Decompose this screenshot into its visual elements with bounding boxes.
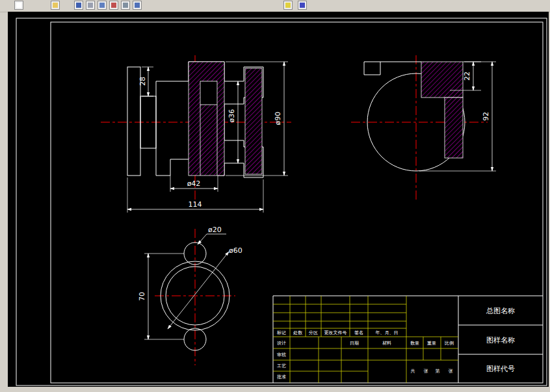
assembly-name: 总图名称 bbox=[486, 307, 515, 315]
dim-22-text: 22 bbox=[463, 72, 471, 81]
sheets-no-label: 第 bbox=[436, 369, 440, 374]
cut-icon[interactable] bbox=[121, 1, 130, 10]
front-bore-notch bbox=[200, 81, 217, 105]
sign-row-approve: 批准 bbox=[277, 374, 286, 380]
dim-70-text: 70 bbox=[138, 292, 146, 301]
dim-60-text: ø60 bbox=[229, 246, 242, 255]
pan-icon[interactable] bbox=[298, 1, 307, 10]
open-icon[interactable] bbox=[51, 1, 60, 10]
scale-label: 比例 bbox=[445, 341, 454, 346]
weight-label: 重量 bbox=[427, 341, 436, 346]
rev-header-sign: 签名 bbox=[354, 330, 363, 335]
front-section-hatch-main bbox=[189, 62, 224, 176]
dim-20-text: ø20 bbox=[208, 226, 222, 234]
part-code: 图样代号 bbox=[486, 365, 515, 373]
rev-header-mark: 标记 bbox=[276, 330, 286, 335]
sign-row-check: 审核 bbox=[277, 352, 286, 358]
dim-114-text: 114 bbox=[189, 200, 202, 209]
dim-90-text: ø90 bbox=[274, 112, 282, 125]
save-icon[interactable] bbox=[74, 1, 83, 10]
sheets-total-label: 共 bbox=[411, 369, 415, 374]
rev-header-docno: 更改文件号 bbox=[324, 330, 347, 335]
zoom-window-icon-glyph bbox=[285, 3, 291, 8]
date-label: 日期 bbox=[350, 341, 359, 346]
copy-icon[interactable] bbox=[133, 1, 142, 10]
preview-icon[interactable] bbox=[98, 1, 107, 10]
copy-icon-glyph bbox=[135, 3, 140, 8]
front-section-hatch-right bbox=[245, 68, 262, 174]
cut-icon-glyph bbox=[123, 3, 128, 8]
open-icon-glyph bbox=[53, 3, 58, 8]
sign-row-design: 设计 bbox=[277, 341, 286, 346]
preview-icon-glyph bbox=[99, 3, 105, 8]
rev-header-date: 年、月、日 bbox=[376, 330, 399, 335]
print-icon[interactable] bbox=[86, 1, 95, 10]
sheets-unit1: 张 bbox=[424, 369, 428, 374]
pan-icon-glyph bbox=[300, 3, 305, 8]
dim-36-text: ø36 bbox=[228, 109, 236, 123]
new-icon-glyph bbox=[16, 3, 21, 8]
toolbar bbox=[0, 0, 550, 12]
material-label: 材料 bbox=[382, 341, 391, 346]
part-name: 图样名称 bbox=[486, 336, 515, 345]
zoom-window-icon[interactable] bbox=[283, 1, 293, 10]
sign-row-process: 工艺 bbox=[277, 363, 286, 369]
dim-42-text: ø42 bbox=[187, 179, 201, 188]
spell-icon[interactable] bbox=[109, 1, 118, 10]
new-icon[interactable] bbox=[14, 1, 23, 10]
sheets-unit2: 张 bbox=[449, 369, 453, 374]
dim-92-text: 92 bbox=[482, 112, 490, 121]
rev-header-count: 处数 bbox=[293, 330, 303, 335]
drawing-svg[interactable]: 28 ø36 ø90 ø42 114 22 92 bbox=[0, 12, 550, 392]
qty-label: 数量 bbox=[410, 341, 419, 346]
rev-header-zone: 分区 bbox=[308, 330, 318, 335]
spell-icon-glyph bbox=[111, 3, 116, 8]
drawing-canvas[interactable]: 28 ø36 ø90 ø42 114 22 92 bbox=[0, 12, 550, 392]
dim-28-text: 28 bbox=[138, 77, 147, 86]
side-section-hatch-top bbox=[421, 62, 463, 98]
print-icon-glyph bbox=[88, 3, 93, 8]
side-section-hatch-right bbox=[445, 98, 463, 158]
save-icon-glyph bbox=[76, 3, 81, 8]
